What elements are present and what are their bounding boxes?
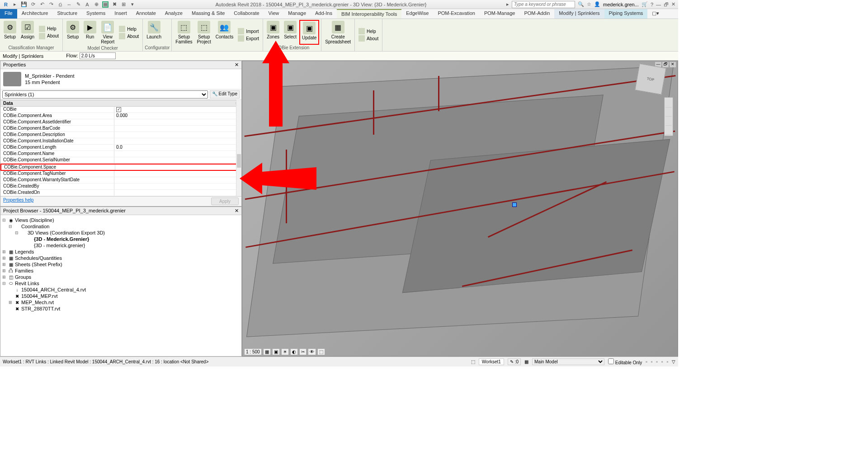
undo-icon[interactable]: ↶ [39, 1, 45, 8]
sync-icon[interactable]: ⟳ [30, 1, 36, 8]
tab-architecture[interactable]: Architecture [17, 9, 53, 19]
crop-icon[interactable]: ✂ [299, 348, 307, 355]
close-icon[interactable]: ✕ [235, 62, 239, 68]
property-row[interactable]: COBie.Component.AssetIdentifier [0, 119, 241, 126]
property-row[interactable]: COBie.Component.SerialNumber [0, 157, 241, 164]
help-button[interactable]: Help [357, 28, 380, 35]
property-row[interactable]: COBie.Component.InstallationDate [0, 138, 241, 145]
select-links-icon[interactable]: ▫ [646, 359, 647, 364]
setup-families-button[interactable]: ⬚Setup Families [174, 20, 194, 50]
search-input[interactable] [512, 1, 575, 8]
nav-pan-icon[interactable] [665, 108, 672, 117]
open-icon[interactable]: ▸ [12, 1, 18, 8]
tree-node[interactable]: ⊞✖MEP_Mech.rvt [2, 299, 240, 306]
property-row[interactable]: COBie.Component.BarCode [0, 126, 241, 132]
tab-addins[interactable]: Add-Ins [311, 9, 337, 19]
visual-style-icon[interactable]: ▣ [272, 348, 280, 355]
property-row[interactable]: COBie.Component.Space [0, 164, 241, 171]
shadows-icon[interactable]: ◐ [290, 348, 298, 355]
sun-path-icon[interactable]: ☀ [281, 348, 289, 355]
search-icon[interactable]: 🔍 [578, 1, 584, 7]
workset-selector[interactable]: Workset1 [479, 358, 504, 365]
flow-input[interactable] [80, 52, 116, 59]
scale-selector[interactable]: 1 : 500 [244, 348, 262, 355]
design-options-selector[interactable]: Main Model [532, 358, 604, 365]
tab-collaborate[interactable]: Collaborate [229, 9, 264, 19]
view-restore-icon[interactable]: 🗗 [662, 62, 669, 67]
property-row[interactable]: COBie.CreatedBy [0, 183, 241, 190]
tab-piping-systems[interactable]: Piping Systems [604, 9, 648, 19]
filter-icon[interactable]: ▽ [672, 359, 675, 364]
info-icon[interactable]: ▸ [506, 1, 509, 7]
setup-project-button[interactable]: ⬚Setup Project [195, 20, 213, 50]
nav-zoom-icon[interactable] [665, 117, 672, 126]
type-thumbnail[interactable] [3, 72, 21, 86]
category-selector[interactable]: Sprinklers (1) [2, 90, 208, 99]
maximize-icon[interactable]: 🗗 [664, 2, 669, 7]
run-button[interactable]: ▶Run [82, 20, 98, 45]
import-button[interactable]: Import [236, 28, 261, 35]
property-row[interactable]: COBie.Component.WarrantyStartDate [0, 177, 241, 183]
tab-annotate[interactable]: Annotate [132, 9, 160, 19]
nav-wheel-icon[interactable] [665, 99, 672, 108]
tree-node[interactable]: ↓150044_ARCH_Central_4.rvt [2, 287, 240, 293]
tree-node[interactable]: ✖150044_MEP.rvt [2, 293, 240, 299]
tree-node[interactable]: ✖STR_28870TT.rvt [2, 306, 240, 312]
hide-icon[interactable]: 👁 [308, 348, 316, 355]
tree-node[interactable]: {3D - mederick.grenier} [2, 242, 240, 249]
redo-icon[interactable]: ↷ [48, 1, 54, 8]
setup-button[interactable]: ⚙Setup [2, 20, 18, 45]
property-row[interactable]: COBie.Component.Name [0, 151, 241, 157]
user-icon[interactable]: 👤 [594, 1, 600, 7]
minimize-icon[interactable]: — [656, 2, 661, 7]
save-icon[interactable]: 💾 [21, 1, 27, 8]
nav-orbit-icon[interactable] [665, 126, 672, 135]
qat-icon[interactable]: ⊞ [120, 1, 127, 8]
setup-button[interactable]: ⚙Setup [65, 20, 81, 45]
user-name[interactable]: mederick.gren... [603, 2, 639, 7]
tree-node[interactable]: ⊞▦Schedules/Quantities [2, 255, 240, 261]
star-icon[interactable]: ☆ [587, 1, 591, 7]
workset-icon[interactable]: ⬚ [471, 359, 475, 364]
tab-bim-interop[interactable]: BIM Interoperability Tools [337, 9, 401, 19]
tab-modify-sprinklers[interactable]: Modify | Sprinklers [554, 9, 604, 19]
tab-structure[interactable]: Structure [52, 9, 82, 19]
property-row[interactable]: COBie.Component.Description [0, 132, 241, 138]
reveal-icon[interactable]: ⬚ [317, 348, 325, 355]
tab-manage[interactable]: Manage [283, 9, 311, 19]
help-icon[interactable]: ? [651, 2, 653, 7]
export-button[interactable]: Export [236, 35, 261, 42]
about-button[interactable]: About [117, 33, 141, 40]
project-tree[interactable]: ⊟◉Views (Discipline)⊟Coordination⊟3D Vie… [0, 215, 241, 356]
tree-node[interactable]: ⊟◉Views (Discipline) [2, 217, 240, 223]
property-row[interactable]: COBie.Component.Area0.000 [0, 113, 241, 119]
type-selector[interactable]: M_Sprinkler - Pendent 15 mm Pendent [25, 73, 74, 85]
view-report-button[interactable]: 📄View Report [99, 20, 116, 45]
tab-pom-manage[interactable]: POM-Manage [480, 9, 519, 19]
cart-icon[interactable]: 🛒 [642, 1, 648, 7]
editable-only-checkbox[interactable]: Editable Only [608, 358, 642, 365]
property-row[interactable]: COBie.Component.Length0.0 [0, 145, 241, 151]
qat-icon[interactable]: A [84, 1, 90, 8]
assign-button[interactable]: ☑Assign [19, 20, 36, 45]
property-row[interactable]: COBie.CreatedOn [0, 190, 241, 196]
requests-badge[interactable]: ✎ :0 [508, 358, 521, 365]
view-cube[interactable]: TOP [635, 63, 666, 95]
qat-icon[interactable]: ✎ [75, 1, 81, 8]
tree-node[interactable]: {3D - Mederick.Grenier} [2, 236, 240, 242]
about-button[interactable]: About [37, 33, 61, 40]
select-face-icon[interactable]: ▫ [661, 359, 663, 364]
tab-analyze[interactable]: Analyze [160, 9, 187, 19]
properties-help-link[interactable]: Properties help [3, 197, 33, 205]
print-icon[interactable]: ⎙ [57, 1, 63, 8]
tab-pom-excavation[interactable]: POM-Excavation [433, 9, 480, 19]
help-button[interactable]: Help [37, 25, 61, 33]
tab-file[interactable]: File [0, 9, 17, 19]
property-row[interactable]: COBie.Component.TagNumber [0, 171, 241, 177]
help-button[interactable]: Help [117, 25, 141, 33]
view-close-icon[interactable]: ✕ [670, 62, 676, 67]
revit-logo-icon[interactable]: R [3, 1, 9, 8]
tab-massing[interactable]: Massing & Site [187, 9, 229, 19]
apply-button[interactable]: Apply [211, 197, 239, 205]
section-header[interactable]: Data [3, 101, 13, 106]
